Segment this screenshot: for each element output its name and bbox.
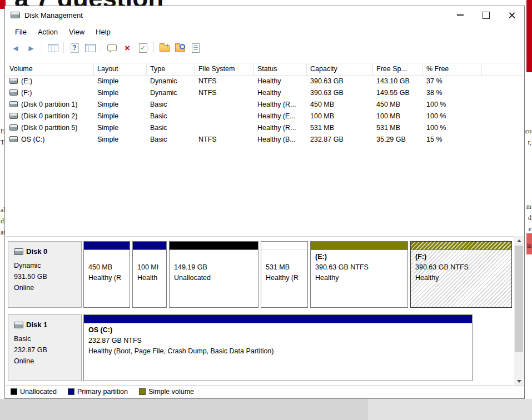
toolbar-separator: [42, 42, 42, 53]
action-pane-button[interactable]: [105, 41, 119, 54]
column-header-filler: [482, 63, 523, 76]
volume-row-disk0-part2[interactable]: (Disk 0 partition 2) Simple Basic Health…: [6, 110, 523, 122]
folder-search-icon: [175, 45, 185, 52]
help-icon: ?: [71, 43, 79, 53]
table-header: Volume Layout Type File System Status Ca…: [6, 63, 523, 76]
cell-layout: Simple: [94, 124, 147, 132]
disk-state: Online: [14, 356, 81, 367]
scroll-thumb[interactable]: [515, 246, 523, 352]
volume-name: (F:): [21, 89, 32, 97]
legend-swatch-primary: [68, 388, 74, 395]
column-header-type[interactable]: Type: [147, 63, 195, 76]
minimize-button[interactable]: [448, 6, 473, 24]
partition-e[interactable]: (E:) 390.63 GB NTFS Healthy: [310, 241, 408, 308]
close-icon: [508, 12, 515, 19]
cell-layout: Simple: [94, 136, 147, 143]
background-text-fragment: is: [527, 240, 531, 251]
volume-name: (Disk 0 partition 1): [21, 101, 77, 108]
show-console-tree-button[interactable]: [46, 41, 60, 54]
speech-bubble-icon: [107, 44, 117, 51]
properties-button[interactable]: [188, 41, 203, 54]
cell-pct-free: 100 %: [423, 124, 482, 132]
maximize-button[interactable]: [473, 6, 499, 24]
cell-free-space: 143.10 GB: [373, 77, 423, 85]
scroll-up-icon: [517, 239, 521, 242]
cell-type: Dynamic: [147, 89, 195, 97]
disk1-row: Disk 1 Basic 232.87 GB Online OS (C:) 23…: [8, 314, 507, 382]
disk0-partitions: 450 MB Healthy (R 100 MI Health: [83, 241, 512, 308]
cell-capacity: 390.63 GB: [307, 89, 373, 97]
title-bar[interactable]: Disk Management: [5, 6, 524, 24]
cell-status: Healthy (R...: [254, 101, 307, 108]
forward-icon: ►: [27, 44, 36, 52]
volume-name: OS (C:): [21, 136, 44, 143]
disk-size: 931.50 GB: [14, 271, 81, 282]
cell-free-space: 100 MB: [373, 112, 423, 120]
volume-name: (Disk 0 partition 2): [21, 112, 77, 120]
menu-file[interactable]: File: [9, 26, 32, 38]
mark-active-button[interactable]: ✓: [136, 41, 150, 54]
column-header-file-system[interactable]: File System: [195, 63, 254, 76]
menu-view[interactable]: View: [63, 26, 90, 38]
forward-button[interactable]: ►: [24, 41, 38, 54]
disk0-row: Disk 0 Dynamic 931.50 GB Online 450 MB H…: [8, 241, 507, 309]
cell-capacity: 390.63 GB: [307, 77, 373, 85]
legend-label: Primary partition: [77, 388, 128, 396]
delete-volume-button[interactable]: ×: [120, 41, 135, 54]
volume-row-f[interactable]: (F:) Simple Dynamic NTFS Healthy 390.63 …: [6, 87, 523, 98]
column-header-status[interactable]: Status: [254, 63, 307, 76]
export-list-button[interactable]: [83, 41, 97, 54]
volume-row-e[interactable]: (E:) Simple Dynamic NTFS Healthy 390.63 …: [6, 75, 523, 87]
help-button[interactable]: ?: [67, 41, 82, 54]
disk-kind: Dynamic: [14, 260, 81, 271]
partition-label: [174, 252, 253, 262]
partition-450mb[interactable]: 450 MB Healthy (R: [83, 241, 130, 308]
menu-action[interactable]: Action: [32, 26, 63, 38]
partition-100mb[interactable]: 100 MI Health: [132, 241, 167, 308]
partition-size: 531 MB: [266, 262, 303, 273]
disk-state: Online: [14, 282, 81, 293]
volume-row-os-c[interactable]: OS (C:) Simple Basic NTFS Healthy (B... …: [6, 133, 523, 145]
volume-name: (Disk 0 partition 5): [21, 124, 77, 132]
column-header-layout[interactable]: Layout: [94, 63, 147, 76]
volume-row-disk0-part1[interactable]: (Disk 0 partition 1) Simple Basic Health…: [6, 98, 523, 110]
explore-button[interactable]: [173, 41, 187, 54]
folder-up-icon: ↑: [160, 45, 170, 52]
column-header-pct-free[interactable]: % Free: [423, 63, 482, 76]
partition-size: 232.87 GB NTFS: [88, 336, 468, 346]
cell-type: Basic: [147, 136, 195, 143]
partition-label: (F:): [415, 252, 507, 262]
column-header-free-space[interactable]: Free Sp...: [373, 63, 423, 76]
cell-pct-free: 100 %: [423, 101, 482, 108]
column-header-volume[interactable]: Volume: [6, 63, 94, 76]
toolbar-separator: [153, 42, 154, 53]
disk0-info-panel[interactable]: Disk 0 Dynamic 931.50 GB Online: [8, 241, 82, 308]
cell-capacity: 531 MB: [307, 124, 373, 132]
graphical-view-pane: Disk 0 Dynamic 931.50 GB Online 450 MB H…: [6, 236, 524, 387]
volume-icon: [9, 89, 18, 96]
column-header-capacity[interactable]: Capacity: [307, 63, 373, 76]
legend-swatch-unallocated: [11, 388, 17, 395]
cell-layout: Simple: [94, 89, 147, 97]
cell-pct-free: 38 %: [423, 89, 482, 97]
scroll-up-button[interactable]: [514, 236, 524, 246]
legend-item-primary-partition: Primary partition: [68, 388, 128, 396]
partition-531mb[interactable]: 531 MB Healthy (R: [261, 241, 308, 308]
cell-layout: Simple: [94, 101, 147, 108]
graphical-view-scrollbar[interactable]: [514, 236, 524, 386]
partition-color-strip: [84, 315, 472, 323]
menu-help[interactable]: Help: [90, 26, 116, 38]
volume-icon: [9, 78, 18, 84]
back-button[interactable]: ◄: [8, 41, 23, 54]
disk1-info-panel[interactable]: Disk 1 Basic 232.87 GB Online: [8, 314, 82, 381]
partition-color-strip: [133, 242, 166, 250]
volume-row-disk0-part5[interactable]: (Disk 0 partition 5) Simple Basic Health…: [6, 122, 523, 133]
partition-unallocated[interactable]: 149.19 GB Unallocated: [169, 241, 258, 308]
cell-file-system: NTFS: [195, 89, 254, 97]
volume-icon: [9, 136, 18, 142]
partition-size: 450 MB: [88, 262, 125, 273]
partition-f-selected[interactable]: (F:) 390.63 GB NTFS Healthy: [410, 241, 512, 308]
partition-os-c[interactable]: OS (C:) 232.87 GB NTFS Healthy (Boot, Pa…: [83, 314, 473, 381]
close-button[interactable]: [499, 6, 524, 24]
change-drive-letter-button[interactable]: ↑: [157, 41, 172, 54]
